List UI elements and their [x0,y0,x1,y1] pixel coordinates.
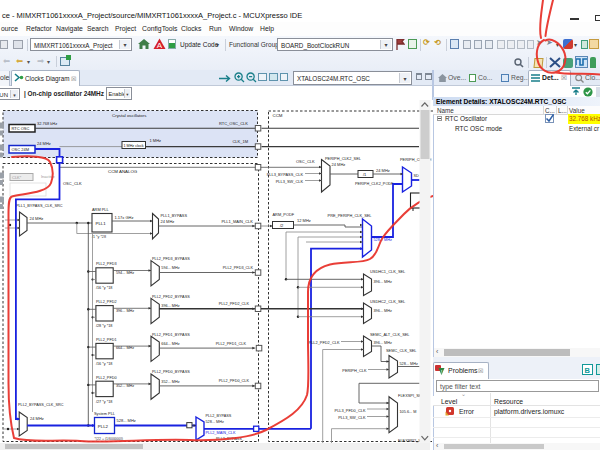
svg-text:System PLL: System PLL [94,411,116,416]
svg-text:CCM ANALOG: CCM ANALOG [108,169,138,174]
svg-text:PERIPH_CLK2_SEL: PERIPH_CLK2_SEL [325,156,362,161]
svg-text:396... MHz: 396... MHz [374,309,392,313]
svg-text:SEMC_CLK_SEL: SEMC_CLK_SEL [386,348,417,353]
svg-text:SD: SD [414,174,420,178]
svg-text:24 MHz: 24 MHz [37,141,51,146]
svg-text:528... MHz: 528... MHz [206,420,224,424]
svg-text:ARM PLL: ARM PLL [92,207,109,212]
svg-text:FLEXSPI2_S: FLEXSPI2_S [398,438,421,443]
svg-text:664... MHz: 664... MHz [161,342,179,346]
svg-text:CCM: CCM [273,113,283,118]
svg-text:OSC_CLK: OSC_CLK [296,159,315,164]
svg-text:396... MHz: 396... MHz [374,280,392,284]
svg-text:PLL3_SW_CLK: PLL3_SW_CLK [276,179,304,184]
svg-text:A: A [157,41,163,50]
svg-text:PERIPH_CLK2_PODF: PERIPH_CLK2_PODF [355,182,394,186]
svg-text:PLL2_PFD2_CLK: PLL2_PFD2_CLK [219,302,250,306]
svg-text:/16 *y *18: /16 *y *18 [96,362,112,366]
svg-text:1.17x GHz: 1.17x GHz [115,215,134,220]
svg-text:/16 *y *18: /16 *y *18 [96,286,112,290]
svg-text:USDHC2_CLK_SEL: USDHC2_CLK_SEL [370,299,406,304]
svg-text:Crystal oscillators: Crystal oscillators [112,113,147,118]
svg-text:PERIPH_CLK: PERIPH_CLK [342,368,367,373]
svg-text:PLL1: PLL1 [96,221,107,226]
svg-text:PLL2_BYPASS_CLK_SRC: PLL2_BYPASS_CLK_SRC [18,403,64,407]
svg-text:PLL1_BYPASS: PLL1_BYPASS [161,213,188,218]
svg-text:PRE_PERIPH_CLK_SEL: PRE_PERIPH_CLK_SEL [328,213,373,218]
svg-text:PLL2_PFD2_BYPASS: PLL2_PFD2_BYPASS [152,295,190,299]
svg-text:RTC_OSC_CLK: RTC_OSC_CLK [219,121,248,126]
svg-text:PLL3_PFD0_CLK: PLL3_PFD0_CLK [335,408,366,413]
svg-text:PLL3_SW_CLK: PLL3_SW_CLK [338,415,366,420]
svg-text:24 MHz: 24 MHz [376,168,390,173]
svg-text:*(22 + (1/600000)): *(22 + (1/600000)) [95,437,124,441]
svg-text:12 MHz: 12 MHz [297,218,311,223]
svg-text:594... MHz: 594... MHz [161,266,179,270]
svg-text:PLL2_PFD3_CLK: PLL2_PFD3_CLK [223,266,254,270]
svg-text:PLL2_PFD0_BYPASS: PLL2_PFD0_BYPASS [152,370,190,374]
svg-text:PLL2_PFD1: PLL2_PFD1 [96,338,117,342]
svg-text:24 MHz: 24 MHz [161,219,175,224]
svg-text:PLL2_PFD2_CLK: PLL2_PFD2_CLK [309,340,340,345]
svg-text:1 MHz: 1 MHz [150,138,162,143]
svg-text:OSC 24M: OSC 24M [12,147,30,152]
svg-text:OSC_CLK: OSC_CLK [63,181,82,186]
svg-text:24 MHz: 24 MHz [332,162,346,167]
svg-text:/27 *y *18: /27 *y *18 [96,400,112,404]
svg-text:/28 *y *18: /28 *y *18 [96,324,112,328]
svg-text:SEMC_ALT_CLK_SEL: SEMC_ALT_CLK_SEL [370,332,410,337]
svg-text:24 MHz: 24 MHz [30,416,44,421]
svg-text:396... MHz: 396... MHz [116,309,134,313]
svg-text:105.6... M: 105.6... M [400,410,417,414]
svg-text:PLL2_PFD1_BYPASS: PLL2_PFD1_BYPASS [152,333,190,337]
svg-text:PLL2_PFD0_CLK: PLL2_PFD0_CLK [219,379,250,383]
svg-text:PLL3_BYPASS_CLK: PLL3_BYPASS_CLK [267,172,304,177]
svg-text:FLEXSPI_SE: FLEXSPI_SE [398,393,422,398]
svg-text:PLL2_PFD1_CLK: PLL2_PFD1_CLK [216,342,247,346]
svg-text:CLK*: CLK* [12,175,22,180]
svg-text:528... MHz: 528... MHz [117,418,136,423]
svg-text:ARM_PODF: ARM_PODF [273,212,295,217]
svg-text:RTC OSC: RTC OSC [12,126,30,131]
svg-text:CLK_1M: CLK_1M [232,139,248,144]
svg-text:/1 *y *28: /1 *y *28 [92,235,106,239]
svg-text:32.768 kHz: 32.768 kHz [37,121,57,126]
svg-text:PLL2_BYPASS: PLL2_BYPASS [206,414,232,418]
svg-text:664... MHz: 664... MHz [116,346,134,350]
svg-text:396... MHz: 396... MHz [161,304,179,308]
svg-text:PLL2: PLL2 [98,424,109,429]
svg-text:352... MHz: 352... MHz [161,380,179,384]
svg-text:PLL1_MAIN_CLK: PLL1_MAIN_CLK [221,219,253,224]
svg-text:PLL2_PFD2: PLL2_PFD2 [96,300,117,304]
svg-text:PLL2_MAIN_CLK: PLL2_MAIN_CLK [206,431,236,435]
svg-text:PLL2_PFD3_BYPASS: PLL2_PFD3_BYPASS [152,257,190,261]
svg-text:1 MHz clock: 1 MHz clock [124,144,144,148]
svg-text:528... MHz: 528... MHz [400,362,418,366]
svg-text:594... MHz: 594... MHz [116,271,134,275]
svg-text:PLL2_PFD3: PLL2_PFD3 [96,262,117,266]
svg-text:USDHC1_CLK_SEL: USDHC1_CLK_SEL [370,269,406,274]
svg-text:PLL2_PFD0: PLL2_PFD0 [96,376,117,380]
svg-text:352... MHz: 352... MHz [116,384,134,388]
svg-text:PLL1_BYPASS_CLK_SRC: PLL1_BYPASS_CLK_SRC [16,203,63,208]
svg-text:24 MHz: 24 MHz [30,216,44,221]
svg-text:396... MHz: 396... MHz [374,341,392,345]
